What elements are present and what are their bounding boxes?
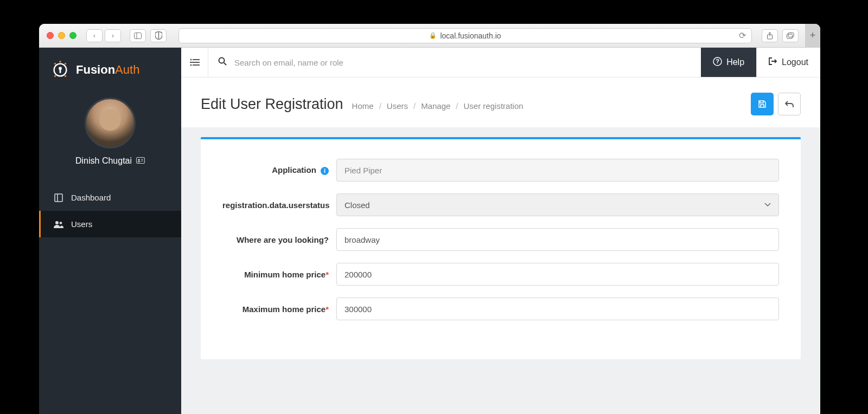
topbar: ? Help Logout <box>181 48 820 77</box>
breadcrumb-current: User registration <box>464 101 524 111</box>
svg-point-14 <box>138 159 140 161</box>
application-display: Pied Piper <box>336 159 779 182</box>
sidebar: FusionAuth Dinish Chugtai Dashboard <box>39 48 181 414</box>
address-bar[interactable]: 🔒 local.fusionauth.io ⟳ <box>178 28 752 43</box>
sidebar-item-users[interactable]: Users <box>39 211 181 237</box>
row-userstatus: registration.data.userstatus Closed <box>222 193 779 216</box>
content-area: Application i Pied Piper registration.da… <box>181 127 820 414</box>
logout-icon <box>769 57 777 67</box>
window-controls <box>47 32 76 39</box>
help-icon: ? <box>713 57 722 68</box>
help-button[interactable]: ? Help <box>701 48 756 77</box>
app-shell: FusionAuth Dinish Chugtai Dashboard <box>39 48 820 414</box>
sidebar-item-label: Users <box>71 219 92 229</box>
svg-line-28 <box>224 63 226 65</box>
profile-block: Dinish Chugtai <box>39 92 181 179</box>
browser-titlebar: ‹ › 🔒 local.fusionauth.io ⟳ + <box>39 24 820 48</box>
back-button[interactable]: ‹ <box>86 29 103 42</box>
svg-rect-15 <box>138 161 141 162</box>
breadcrumb-home[interactable]: Home <box>352 101 374 111</box>
svg-rect-0 <box>135 33 142 38</box>
breadcrumb-users[interactable]: Users <box>387 101 408 111</box>
form-panel: Application i Pied Piper registration.da… <box>201 137 801 359</box>
row-minprice: Minimum home price* <box>222 263 779 286</box>
page-actions <box>751 93 801 115</box>
svg-rect-4 <box>788 33 794 37</box>
save-icon <box>758 100 767 108</box>
brand[interactable]: FusionAuth <box>39 48 181 92</box>
breadcrumb: Home / Users / Manage / User registratio… <box>352 101 524 111</box>
userstatus-select[interactable]: Closed <box>336 193 779 216</box>
svg-point-8 <box>59 61 61 62</box>
svg-rect-18 <box>55 194 62 202</box>
svg-point-12 <box>65 75 66 77</box>
label-maxprice: Maximum home price* <box>222 305 336 314</box>
privacy-shield-button[interactable] <box>150 29 167 42</box>
svg-point-25 <box>190 59 192 61</box>
reload-icon[interactable]: ⟳ <box>739 30 746 41</box>
minimize-window-button[interactable] <box>58 32 65 39</box>
new-tab-button[interactable]: + <box>805 24 820 48</box>
svg-text:?: ? <box>716 58 719 64</box>
username: Dinish Chugtai <box>75 156 145 166</box>
svg-rect-3 <box>787 34 793 38</box>
logout-label: Logout <box>782 57 808 67</box>
avatar[interactable] <box>85 98 136 148</box>
close-window-button[interactable] <box>47 32 54 39</box>
label-userstatus: registration.data.userstatus <box>222 200 336 210</box>
sidebar-toggle-button[interactable] <box>130 29 146 42</box>
minprice-input[interactable] <box>336 263 779 286</box>
svg-point-21 <box>60 222 62 224</box>
maximize-window-button[interactable] <box>69 32 76 39</box>
id-card-icon[interactable] <box>136 157 145 165</box>
share-button[interactable] <box>762 29 778 42</box>
search-icon <box>218 57 227 68</box>
browser-window: ‹ › 🔒 local.fusionauth.io ⟳ + <box>39 24 820 414</box>
label-looking: Where are you looking? <box>222 235 336 244</box>
svg-rect-7 <box>60 69 61 73</box>
svg-point-20 <box>55 221 59 224</box>
users-icon <box>54 221 63 228</box>
svg-point-11 <box>54 75 56 77</box>
username-text: Dinish Chugtai <box>75 156 132 166</box>
looking-input[interactable] <box>336 228 779 251</box>
save-button[interactable] <box>751 93 774 115</box>
help-label: Help <box>726 57 744 67</box>
row-application: Application i Pied Piper <box>222 159 779 182</box>
sidebar-item-dashboard[interactable]: Dashboard <box>39 184 181 211</box>
svg-point-10 <box>65 63 66 64</box>
info-icon[interactable]: i <box>321 167 329 175</box>
label-application: Application i <box>222 165 336 175</box>
nav-buttons: ‹ › <box>86 29 121 42</box>
back-action-button[interactable] <box>778 93 801 115</box>
row-maxprice: Maximum home price* <box>222 297 779 320</box>
sidebar-menu: Dashboard Users <box>39 184 181 237</box>
sidebar-item-label: Dashboard <box>71 193 111 202</box>
page-title: Edit User Registration <box>201 96 343 113</box>
svg-point-26 <box>190 64 192 66</box>
label-minprice: Minimum home price* <box>222 270 336 279</box>
maxprice-input[interactable] <box>336 297 779 320</box>
tabs-button[interactable] <box>782 29 799 42</box>
svg-rect-13 <box>137 157 145 163</box>
logout-button[interactable]: Logout <box>756 48 820 77</box>
main: ? Help Logout Edit User Registration Hom… <box>181 48 820 414</box>
row-looking: Where are you looking? <box>222 228 779 251</box>
forward-button[interactable]: › <box>105 29 121 42</box>
breadcrumb-manage[interactable]: Manage <box>421 101 450 111</box>
search-input[interactable] <box>234 58 691 67</box>
toolbar-right <box>762 29 799 42</box>
page-header: Edit User Registration Home / Users / Ma… <box>181 77 820 127</box>
svg-point-27 <box>219 58 225 63</box>
brand-logo-icon <box>50 60 71 80</box>
dashboard-icon <box>54 193 63 202</box>
menu-toggle-button[interactable] <box>181 48 208 77</box>
lock-icon: 🔒 <box>429 32 437 39</box>
undo-icon <box>785 100 794 108</box>
brand-text: FusionAuth <box>76 63 139 77</box>
svg-point-9 <box>54 63 56 64</box>
url-text: local.fusionauth.io <box>440 31 501 40</box>
search-box <box>208 48 701 77</box>
